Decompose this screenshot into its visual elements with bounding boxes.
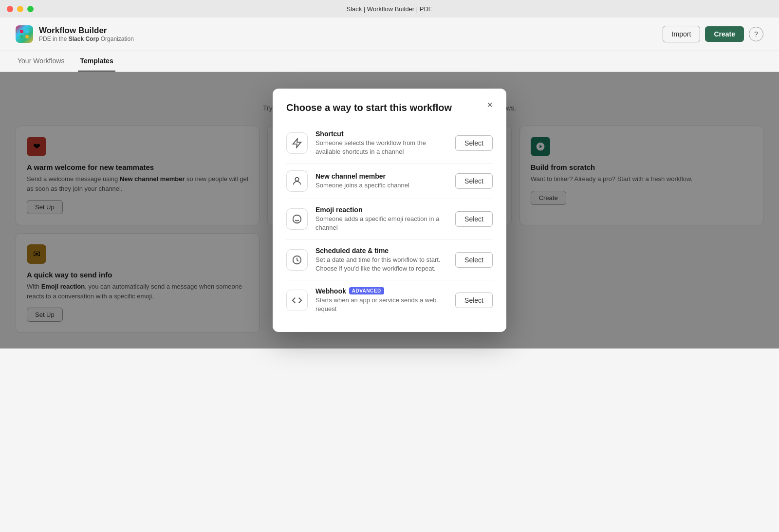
svg-rect-2 <box>20 35 23 38</box>
new-channel-member-select-button[interactable]: Select <box>455 173 493 189</box>
scheduled-icon <box>286 249 308 271</box>
shortcut-desc: Someone selects the workflow from the av… <box>315 139 447 156</box>
svg-point-6 <box>293 215 301 223</box>
tab-bar: Your Workflows Templates <box>0 51 779 72</box>
header-left: Workflow Builder PDE in the Slack Corp O… <box>16 25 134 43</box>
webhook-content: Webhook ADVANCED Starts when an app or s… <box>315 287 447 313</box>
emoji-reaction-select-button[interactable]: Select <box>455 211 493 227</box>
webhook-title-text: Webhook <box>315 287 346 295</box>
shortcut-select-button[interactable]: Select <box>455 135 493 151</box>
new-channel-member-title: New channel member <box>315 172 447 180</box>
emoji-reaction-desc: Someone adds a specific emoji reaction i… <box>315 215 447 232</box>
app-header: Workflow Builder PDE in the Slack Corp O… <box>0 18 779 51</box>
svg-point-5 <box>295 178 298 181</box>
minimize-window-button[interactable] <box>17 6 23 12</box>
webhook-title: Webhook ADVANCED <box>315 287 447 295</box>
modal-close-button[interactable]: × <box>483 98 497 112</box>
modal-overlay: Choose a way to start this workflow × Sh… <box>0 72 779 349</box>
app-container: Workflow Builder PDE in the Slack Corp O… <box>0 18 779 532</box>
scheduled-content: Scheduled date & time Set a date and tim… <box>315 247 447 273</box>
tab-templates[interactable]: Templates <box>78 51 115 72</box>
import-button[interactable]: Import <box>663 26 701 42</box>
new-channel-member-icon <box>286 170 308 192</box>
webhook-icon <box>286 290 308 311</box>
new-channel-member-content: New channel member Someone joins a speci… <box>315 172 447 190</box>
option-scheduled: Scheduled date & time Set a date and tim… <box>286 240 493 280</box>
titlebar: Slack | Workflow Builder | PDE <box>0 0 779 18</box>
workflow-start-modal: Choose a way to start this workflow × Sh… <box>273 89 506 332</box>
maximize-window-button[interactable] <box>27 6 34 12</box>
app-name: Workflow Builder <box>39 26 134 36</box>
shortcut-icon <box>286 132 308 154</box>
emoji-reaction-icon <box>286 208 308 230</box>
shortcut-title: Shortcut <box>315 130 447 138</box>
org-info: PDE in the Slack Corp Organization <box>39 36 134 42</box>
main-content: What do you want to build today? Try out… <box>0 72 779 349</box>
scheduled-desc: Set a date and time for this workflow to… <box>315 256 447 273</box>
emoji-reaction-title: Emoji reaction <box>315 206 447 214</box>
slack-logo-icon <box>16 25 33 43</box>
create-button[interactable]: Create <box>705 26 744 42</box>
window-controls[interactable] <box>7 6 34 12</box>
option-shortcut: Shortcut Someone selects the workflow fr… <box>286 123 493 164</box>
svg-rect-3 <box>25 35 29 38</box>
scheduled-select-button[interactable]: Select <box>455 252 493 268</box>
header-brand: Workflow Builder PDE in the Slack Corp O… <box>39 26 134 42</box>
scheduled-title: Scheduled date & time <box>315 247 447 255</box>
option-new-channel-member: New channel member Someone joins a speci… <box>286 164 493 199</box>
modal-title: Choose a way to start this workflow <box>286 102 493 113</box>
option-emoji-reaction: Emoji reaction Someone adds a specific e… <box>286 199 493 239</box>
svg-rect-0 <box>20 30 23 33</box>
window-title: Slack | Workflow Builder | PDE <box>346 5 432 13</box>
tab-your-workflows[interactable]: Your Workflows <box>16 51 66 72</box>
emoji-reaction-content: Emoji reaction Someone adds a specific e… <box>315 206 447 232</box>
advanced-badge: ADVANCED <box>349 287 384 294</box>
svg-marker-4 <box>293 139 301 147</box>
webhook-desc: Starts when an app or service sends a we… <box>315 296 447 313</box>
new-channel-member-desc: Someone joins a specific channel <box>315 181 447 190</box>
close-window-button[interactable] <box>7 6 13 12</box>
shortcut-content: Shortcut Someone selects the workflow fr… <box>315 130 447 156</box>
header-actions: Import Create ? <box>663 26 763 42</box>
help-button[interactable]: ? <box>749 27 763 41</box>
webhook-select-button[interactable]: Select <box>455 293 493 308</box>
option-webhook: Webhook ADVANCED Starts when an app or s… <box>286 280 493 320</box>
svg-rect-1 <box>25 30 29 33</box>
